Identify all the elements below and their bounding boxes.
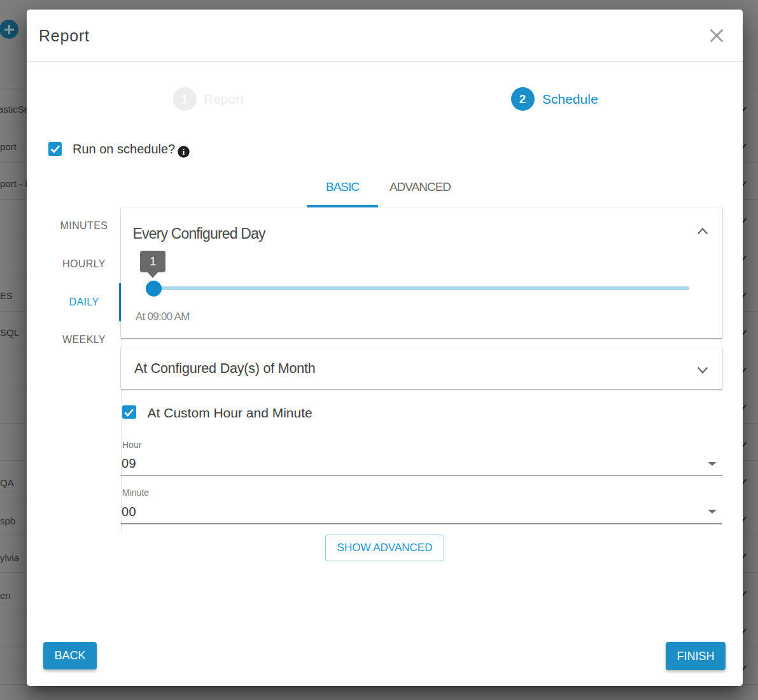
svg-text:i: i <box>183 147 185 157</box>
